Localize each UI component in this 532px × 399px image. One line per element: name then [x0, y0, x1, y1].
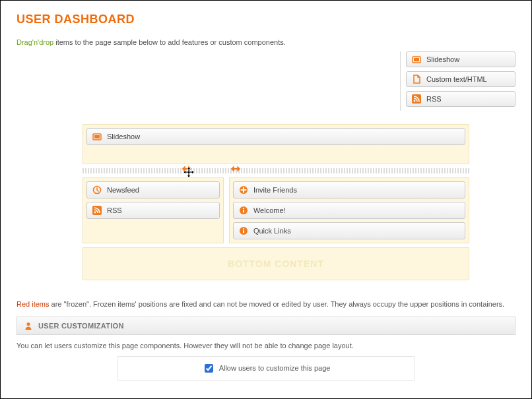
layout-item-quick-links[interactable]: Quick Links [233, 222, 465, 239]
allow-customize-row: Allow users to customize this page [117, 356, 415, 381]
document-icon [412, 75, 421, 84]
palette-item-rss[interactable]: RSS [406, 91, 515, 107]
intro-text: Drag'n'drop items to the page sample bel… [17, 38, 515, 46]
resize-handle-right[interactable] [230, 165, 241, 173]
column-divider [83, 168, 469, 173]
user-icon [24, 321, 33, 330]
allow-customize-checkbox[interactable] [205, 364, 213, 373]
info-icon [239, 226, 248, 235]
layout-item-newsfeed[interactable]: Newsfeed [86, 181, 220, 199]
clock-icon [92, 185, 102, 195]
rss-icon [92, 206, 102, 215]
layout-item-label: Invite Friends [253, 186, 297, 194]
plus-icon [239, 185, 248, 195]
palette-item-label: Custom text/HTML [426, 75, 487, 83]
resize-handle-left[interactable] [182, 165, 192, 173]
slideshow-icon [412, 55, 421, 64]
layout-item-label: RSS [107, 206, 122, 214]
top-zone[interactable]: Slideshow [83, 124, 469, 164]
bottom-zone[interactable]: BOTTOM CONTENT [83, 247, 469, 280]
layout-item-label: Newsfeed [107, 186, 139, 194]
frozen-highlight: Red items [17, 300, 50, 308]
section-title: USER CUSTOMIZATION [38, 322, 124, 330]
palette-item-label: Slideshow [426, 55, 459, 63]
left-column-zone[interactable]: Newsfeed RSS [83, 177, 224, 243]
layout-item-rss[interactable]: RSS [86, 202, 220, 219]
layout-item-slideshow[interactable]: Slideshow [86, 128, 465, 145]
page-title: USER DASHBOARD [17, 13, 515, 26]
allow-customize-label: Allow users to customize this page [219, 364, 331, 372]
layout-item-label: Slideshow [107, 133, 140, 140]
user-customization-header: USER CUSTOMIZATION [17, 317, 515, 335]
layout-item-label: Quick Links [253, 227, 291, 235]
customization-desc: You can let users customize this page co… [17, 342, 515, 350]
intro-highlight: Drag'n'drop [17, 38, 53, 46]
palette-item-label: RSS [426, 95, 442, 103]
info-icon [239, 206, 248, 215]
bottom-placeholder: BOTTOM CONTENT [228, 259, 324, 269]
layout-item-invite-friends[interactable]: Invite Friends [233, 181, 465, 199]
right-column-zone[interactable]: Invite Friends Welcome! Quick Links [229, 177, 469, 243]
frozen-note: Red items are "frozen". Frozen items' po… [17, 299, 515, 310]
palette-item-custom-text[interactable]: Custom text/HTML [406, 71, 515, 87]
layout-item-label: Welcome! [253, 206, 286, 214]
widget-palette: Slideshow Custom text/HTML RSS [400, 51, 515, 111]
layout-item-welcome[interactable]: Welcome! [233, 202, 465, 219]
palette-item-slideshow[interactable]: Slideshow [406, 51, 515, 67]
page-layout-sample: Slideshow Newsfeed RSS Invite [83, 124, 469, 280]
slideshow-icon [92, 132, 102, 141]
rss-icon [412, 94, 421, 104]
